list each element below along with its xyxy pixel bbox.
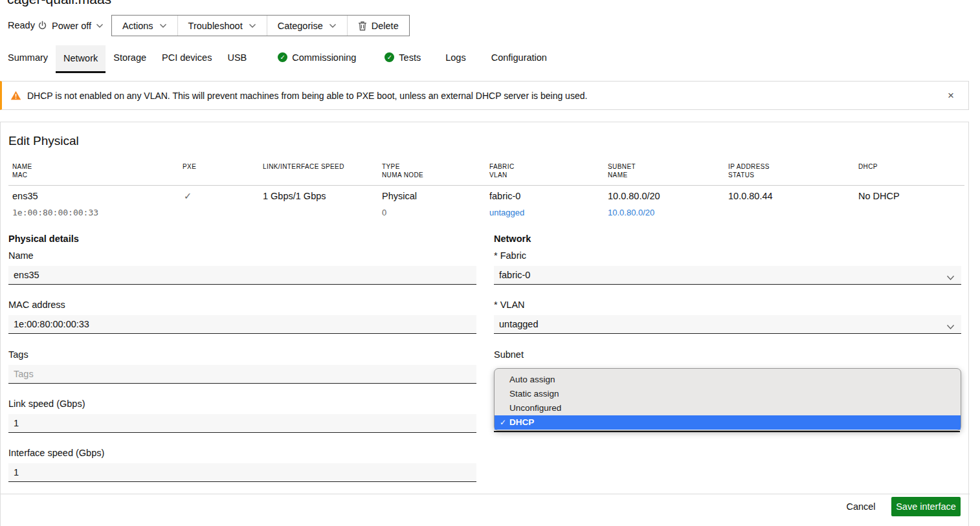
vlan-link[interactable]: untagged — [489, 206, 524, 219]
chevron-down-icon — [96, 23, 104, 28]
fabric-select-value: fabric-0 — [499, 270, 530, 280]
col-header-ip-status: IP ADDRESSSTATUS — [728, 162, 770, 179]
page-title: cager-quail.maas — [7, 0, 111, 7]
tab-configuration[interactable]: Configuration — [484, 45, 555, 71]
panel-title: Edit Physical — [8, 134, 79, 148]
power-menu-label: Power off — [52, 21, 91, 31]
tab-label: Logs — [445, 52, 465, 63]
dhcp-warning-banner: DHCP is not enabled on any VLAN. This wi… — [0, 81, 969, 110]
chevron-down-icon — [946, 322, 955, 332]
vlan-select[interactable]: untagged — [494, 315, 961, 334]
chevron-down-icon — [159, 23, 167, 28]
cell-link-speed: 1 Gbps/1 Gbps — [263, 190, 326, 203]
dropdown-option-auto-assign[interactable]: Auto assign — [495, 373, 961, 387]
interface-type: Physical — [382, 191, 417, 201]
subnet-select-underline — [494, 431, 960, 432]
actions-menu-button[interactable]: Actions — [112, 16, 177, 36]
chevron-down-icon — [946, 272, 955, 283]
interface-name: ens35 — [12, 191, 38, 201]
fabric-name: fabric-0 — [489, 191, 520, 201]
col-header-dhcp: DHCP — [858, 162, 878, 171]
delete-button-label: Delete — [372, 21, 399, 31]
interface-mac: 1e:00:80:00:00:33 — [12, 206, 98, 219]
interface-speed-input[interactable] — [8, 463, 476, 482]
chevron-down-icon — [329, 23, 337, 28]
tab-usb[interactable]: USB — [219, 45, 254, 71]
dropdown-option-unconfigured[interactable]: Unconfigured — [495, 401, 961, 415]
fabric-select[interactable]: fabric-0 — [494, 266, 961, 285]
machine-actions-group: Actions Troubleshoot Categorise Delete — [111, 15, 410, 36]
subnet-link[interactable]: 10.0.80.0/20 — [608, 206, 660, 219]
cell-type-numa: Physical 0 — [382, 190, 417, 219]
mac-address-input[interactable] — [8, 315, 476, 334]
tab-label: Summary — [8, 52, 48, 63]
check-circle-icon: ✓ — [278, 52, 287, 62]
tab-tests[interactable]: ✓ Tests — [377, 45, 429, 71]
col-header-type-numa: TYPENUMA NODE — [382, 162, 423, 179]
edit-physical-panel: Edit Physical NAMEMAC PXE LINK/INTERFACE… — [0, 122, 969, 526]
tab-pci-devices[interactable]: PCI devices — [154, 45, 219, 71]
check-circle-icon: ✓ — [384, 52, 394, 62]
tab-label: Network — [63, 53, 98, 63]
actions-menu-label: Actions — [122, 21, 153, 31]
cell-dhcp: No DHCP — [858, 190, 900, 203]
name-label: Name — [8, 250, 34, 261]
vlan-select-value: untagged — [499, 319, 538, 329]
footer-divider — [1, 494, 970, 494]
warning-message: DHCP is not enabled on any VLAN. This wi… — [27, 91, 587, 101]
vlan-label: * VLAN — [494, 300, 525, 310]
status-bar: Ready Power off Actions Troubleshoot Cat… — [0, 15, 980, 37]
subnet-cidr: 10.0.80.0/20 — [608, 191, 660, 201]
power-menu-button[interactable]: Power off — [38, 15, 104, 36]
cell-fabric-vlan: fabric-0 untagged — [489, 190, 524, 219]
col-header-fabric-vlan: FABRICVLAN — [489, 162, 515, 179]
cell-name-mac: ens35 1e:00:80:00:00:33 — [12, 190, 98, 219]
name-input[interactable] — [8, 266, 476, 285]
tab-label: PCI devices — [162, 52, 212, 63]
mac-address-label: MAC address — [8, 300, 65, 310]
link-speed-input[interactable] — [8, 414, 476, 433]
machine-tabs: Summary Network Storage PCI devices USB … — [0, 45, 555, 73]
tab-label: Storage — [113, 52, 146, 63]
chevron-down-icon — [249, 23, 256, 28]
power-icon — [38, 21, 47, 30]
pxe-check-icon: ✓ — [184, 190, 192, 203]
col-header-name-mac: NAMEMAC — [12, 162, 32, 179]
tab-label: Configuration — [491, 52, 547, 63]
save-interface-button[interactable]: Save interface — [891, 497, 961, 516]
check-icon: ✓ — [500, 415, 509, 430]
dropdown-option-label: DHCP — [509, 417, 534, 427]
table-header-divider — [8, 185, 964, 186]
tags-input[interactable] — [8, 365, 476, 384]
col-header-subnet-name: SUBNETNAME — [608, 162, 636, 179]
delete-button[interactable]: Delete — [347, 16, 409, 36]
dropdown-option-dhcp[interactable]: ✓ DHCP — [495, 415, 961, 430]
numa-node: 0 — [382, 206, 417, 219]
cancel-button[interactable]: Cancel — [840, 499, 882, 514]
tags-label: Tags — [8, 349, 28, 360]
close-icon[interactable]: × — [948, 89, 954, 102]
troubleshoot-menu-button[interactable]: Troubleshoot — [177, 16, 267, 36]
subnet-dropdown-menu: Auto assign Static assign Unconfigured ✓… — [494, 368, 961, 431]
tab-label: Commissioning — [292, 52, 356, 63]
link-speed-label: Link speed (Gbps) — [8, 399, 85, 409]
tab-summary[interactable]: Summary — [0, 45, 56, 71]
trash-icon — [358, 21, 367, 31]
tab-label: Tests — [399, 52, 421, 63]
tab-label: USB — [227, 52, 247, 63]
col-header-pxe: PXE — [183, 162, 196, 171]
physical-details-title: Physical details — [8, 234, 79, 244]
categorise-menu-button[interactable]: Categorise — [267, 16, 347, 36]
cell-subnet-name: 10.0.80.0/20 10.0.80.0/20 — [608, 190, 660, 219]
tab-logs[interactable]: Logs — [438, 45, 473, 71]
tab-network[interactable]: Network — [56, 45, 106, 73]
warning-triangle-icon — [10, 91, 21, 100]
categorise-menu-label: Categorise — [278, 21, 323, 31]
machine-status: Ready — [8, 15, 35, 36]
dropdown-option-static-assign[interactable]: Static assign — [495, 387, 961, 401]
tab-storage[interactable]: Storage — [106, 45, 154, 71]
col-header-link-speed: LINK/INTERFACE SPEED — [263, 162, 344, 171]
tab-commissioning[interactable]: ✓ Commissioning — [270, 45, 364, 71]
subnet-label: Subnet — [494, 349, 524, 360]
cell-ip-address: 10.0.80.44 — [728, 190, 773, 203]
